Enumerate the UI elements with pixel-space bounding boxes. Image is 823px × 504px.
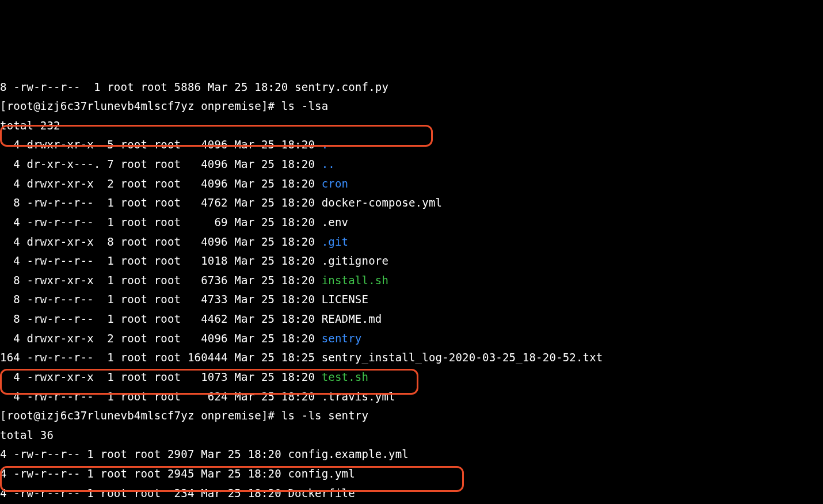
file-row: 4 drwxr-xr-x 5 root root 4096 Mar 25 18:… xyxy=(0,138,328,151)
total-line-1: total 232 xyxy=(0,119,60,132)
file-row: 4 -rw-r--r-- 1 root root 624 Mar 25 18:2… xyxy=(0,390,395,403)
file-row: 4 drwxr-xr-x 8 root root 4096 Mar 25 18:… xyxy=(0,235,348,248)
file-row: 4 -rw-r--r-- 1 root root 1018 Mar 25 18:… xyxy=(0,254,388,267)
file-row: 4 -rw-r--r-- 1 root root 234 Mar 25 18:2… xyxy=(0,487,355,499)
file-row: 4 -rw-r--r-- 1 root root 2945 Mar 25 18:… xyxy=(0,467,355,480)
file-name: .travis.yml xyxy=(322,390,395,403)
command-1: ls -lsa xyxy=(281,100,328,112)
file-meta: 4 -rw-r--r-- 1 root root 2945 Mar 25 18:… xyxy=(0,467,288,480)
file-meta: 4 -rw-r--r-- 1 root root 1018 Mar 25 18:… xyxy=(0,254,322,267)
file-name: test.sh xyxy=(322,371,368,383)
terminal-output[interactable]: 8 -rw-r--r-- 1 root root 5886 Mar 25 18:… xyxy=(0,78,823,505)
total-line-2: total 36 xyxy=(0,429,54,441)
file-row: 4 drwxr-xr-x 2 root root 4096 Mar 25 18:… xyxy=(0,177,348,190)
file-name: config.yml xyxy=(288,467,355,480)
file-meta: 8 -rw-r--r-- 1 root root 4462 Mar 25 18:… xyxy=(0,312,322,325)
file-name: .. xyxy=(322,158,335,170)
listing-2: 4 -rw-r--r-- 1 root root 2907 Mar 25 18:… xyxy=(0,448,449,504)
file-row: 4 dr-xr-x---. 7 root root 4096 Mar 25 18… xyxy=(0,158,335,170)
file-meta: 4 -rw-r--r-- 1 root root 2907 Mar 25 18:… xyxy=(0,448,288,460)
file-name: .env xyxy=(322,216,349,228)
file-name: config.example.yml xyxy=(288,448,409,460)
file-row: 8 -rw-r--r-- 1 root root 4762 Mar 25 18:… xyxy=(0,196,442,209)
file-name: .gitignore xyxy=(322,254,388,267)
file-meta: 4 -rw-r--r-- 1 root root 234 Mar 25 18:2… xyxy=(0,487,288,499)
file-meta: 4 drwxr-xr-x 2 root root 4096 Mar 25 18:… xyxy=(0,177,322,190)
file-meta: 4 -rwxr-xr-x 1 root root 1073 Mar 25 18:… xyxy=(0,371,322,383)
file-name: LICENSE xyxy=(322,293,368,306)
partial-top-line: 8 -rw-r--r-- 1 root root 5886 Mar 25 18:… xyxy=(0,81,388,93)
file-meta: 4 drwxr-xr-x 2 root root 4096 Mar 25 18:… xyxy=(0,332,322,345)
file-meta: 8 -rw-r--r-- 1 root root 4762 Mar 25 18:… xyxy=(0,196,322,209)
file-name: install.sh xyxy=(322,274,388,287)
prompt-1: [root@izj6c37rlunevb4mlscf7yz onpremise]… xyxy=(0,100,281,112)
file-meta: 4 drwxr-xr-x 5 root root 4096 Mar 25 18:… xyxy=(0,138,322,151)
file-row: 8 -rw-r--r-- 1 root root 4733 Mar 25 18:… xyxy=(0,293,368,306)
file-meta: 8 -rwxr-xr-x 1 root root 6736 Mar 25 18:… xyxy=(0,274,322,287)
file-name: README.md xyxy=(322,312,382,325)
file-row: 4 drwxr-xr-x 2 root root 4096 Mar 25 18:… xyxy=(0,332,362,345)
file-meta: 8 -rw-r--r-- 1 root root 4733 Mar 25 18:… xyxy=(0,293,322,306)
file-name: .git xyxy=(322,235,349,248)
file-row: 164 -rw-r--r-- 1 root root 160444 Mar 25… xyxy=(0,351,603,364)
file-row: 8 -rwxr-xr-x 1 root root 6736 Mar 25 18:… xyxy=(0,274,388,287)
prompt-2: [root@izj6c37rlunevb4mlscf7yz onpremise]… xyxy=(0,409,281,422)
file-row: 4 -rw-r--r-- 1 root root 2907 Mar 25 18:… xyxy=(0,448,409,460)
file-name: sentry xyxy=(322,332,362,345)
file-row: 4 -rw-r--r-- 1 root root 69 Mar 25 18:20… xyxy=(0,216,348,228)
file-meta: 4 -rw-r--r-- 1 root root 69 Mar 25 18:20 xyxy=(0,216,322,228)
file-meta: 4 -rw-r--r-- 1 root root 624 Mar 25 18:2… xyxy=(0,390,322,403)
file-row: 4 -rwxr-xr-x 1 root root 1073 Mar 25 18:… xyxy=(0,371,368,383)
file-name: docker-compose.yml xyxy=(322,196,443,209)
file-meta: 4 drwxr-xr-x 8 root root 4096 Mar 25 18:… xyxy=(0,235,322,248)
file-name: . xyxy=(322,138,329,151)
file-meta: 4 dr-xr-x---. 7 root root 4096 Mar 25 18… xyxy=(0,158,322,170)
command-2: ls -ls sentry xyxy=(281,409,368,422)
file-name: cron xyxy=(322,177,349,190)
file-name: Dockerfile xyxy=(288,487,355,499)
file-name: sentry_install_log-2020-03-25_18-20-52.t… xyxy=(322,351,603,364)
listing-1: 4 drwxr-xr-x 5 root root 4096 Mar 25 18:… xyxy=(0,138,603,402)
file-meta: 164 -rw-r--r-- 1 root root 160444 Mar 25… xyxy=(0,351,322,364)
file-row: 8 -rw-r--r-- 1 root root 4462 Mar 25 18:… xyxy=(0,312,382,325)
